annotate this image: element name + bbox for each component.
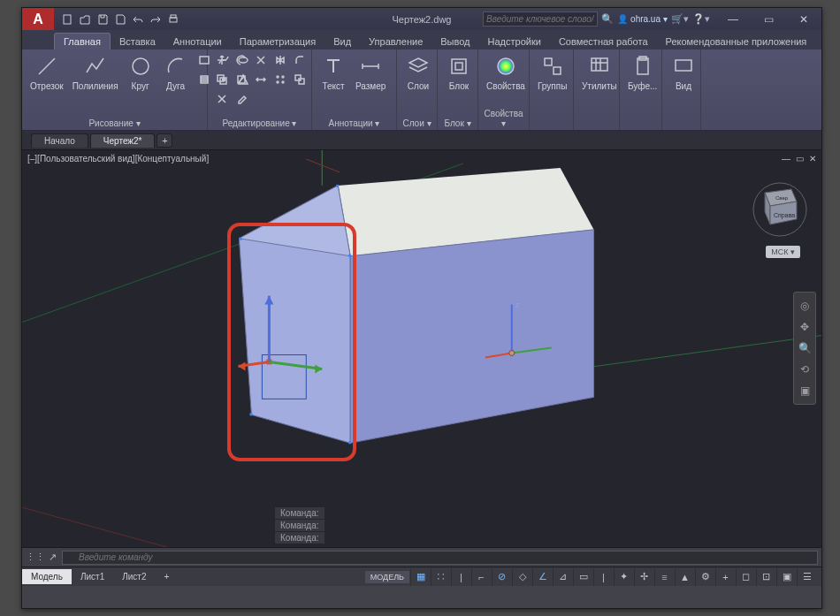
ribbon-tab-annotate[interactable]: Аннотации [164,34,231,49]
clipboard-button[interactable]: Буфе... [625,51,660,93]
command-input[interactable] [62,551,818,565]
minimize-button[interactable]: — [715,8,751,30]
status-hardware-icon[interactable]: ⊡ [756,568,775,586]
maximize-button[interactable]: ▭ [751,8,786,30]
tab-drawing[interactable]: Чертеж2* [90,133,156,148]
status-3dosnap-icon[interactable]: ∠ [532,568,552,586]
panel-title-block[interactable]: Блок ▾ [443,118,472,128]
erase-icon[interactable] [233,90,250,108]
redo-icon[interactable] [148,11,164,27]
arc-button[interactable]: Дуга [160,51,192,93]
navigation-bar: ◎ ✥ 🔍 ⟲ ▣ [793,292,816,405]
nav-wheel-icon[interactable]: ◎ [796,296,813,316]
panel-title-layers[interactable]: Слои ▾ [402,118,431,128]
showmotion-icon[interactable]: ▣ [796,381,813,400]
tab-add-button[interactable]: + [157,133,172,148]
save-icon[interactable] [95,11,111,27]
saveas-icon[interactable] [112,11,128,27]
drawing-canvas[interactable]: z [22,150,821,566]
search-icon[interactable]: 🔍 [601,13,614,25]
ribbon-tab-collab[interactable]: Совместная работа [550,34,657,49]
status-annoscale-icon[interactable]: ▲ [675,568,694,586]
orbit-icon[interactable]: ⟲ [796,360,813,379]
new-icon[interactable] [59,11,75,27]
cmd-recent-icon[interactable]: ↗ [49,551,57,563]
polyline-button[interactable]: Полилиния [70,51,121,93]
copy-icon[interactable] [213,71,231,88]
move-icon[interactable] [213,51,231,69]
panel-clipboard: Буфе... [620,49,662,130]
panel-title-props[interactable]: Свойства ▾ [484,108,523,128]
array-icon[interactable] [271,71,289,88]
cart-icon[interactable]: 🛒▾ [671,13,689,25]
status-otrack-icon[interactable]: ⊿ [553,568,572,586]
ribbon-tab-output[interactable]: Вывод [431,34,478,49]
svg-rect-20 [545,58,552,65]
block-button[interactable]: Блок [443,51,475,93]
ribbon-tab-manage[interactable]: Управление [360,34,431,49]
groups-button[interactable]: Группы [535,51,569,93]
circle-button[interactable]: Круг [125,51,157,93]
layers-button[interactable]: Слои [402,51,434,93]
ribbon-tab-parametric[interactable]: Параметризация [231,34,325,49]
status-osnap-icon[interactable]: ◇ [512,568,531,586]
status-custom-icon[interactable]: ☰ [797,568,816,586]
svg-marker-47 [238,361,245,370]
undo-icon[interactable] [130,11,146,27]
user-chip[interactable]: 👤ohra.ua▾ [617,14,668,24]
status-isolate-icon[interactable]: ◻ [736,568,755,586]
viewcube[interactable]: Справа Свер [747,177,809,239]
line-button[interactable]: Отрезок [27,51,66,93]
status-workspace-icon[interactable]: ⚙ [695,568,714,586]
tab-start[interactable]: Начало [31,133,88,148]
app-logo[interactable]: A [22,8,54,30]
ribbon-tab-view[interactable]: Вид [325,34,360,49]
panel-title-annot[interactable]: Аннотации ▾ [317,118,391,128]
print-icon[interactable] [165,11,181,27]
search-input[interactable] [483,11,598,27]
panel-title-edit[interactable]: Редактирование ▾ [213,118,306,128]
zoom-icon[interactable]: 🔍 [796,338,813,358]
offset-icon[interactable] [291,71,309,88]
status-grid-icon[interactable]: ▦ [410,568,430,586]
trim-icon[interactable] [252,51,270,69]
status-annomonitor-icon[interactable]: + [715,568,735,586]
status-model-chip[interactable]: МОДЕЛЬ [365,571,409,583]
panel-title-draw[interactable]: Рисование ▾ [27,118,202,128]
scale-icon[interactable] [233,71,250,88]
rotate-icon[interactable] [233,51,250,69]
open-icon[interactable] [77,11,93,27]
properties-button[interactable]: Свойства [484,51,528,93]
utilities-button[interactable]: Утилиты [579,51,620,93]
ribbon-tab-featured[interactable]: Рекомендованные приложения [657,34,816,49]
status-cycling-icon[interactable]: ≡ [654,568,674,586]
ribbon-tab-addins[interactable]: Надстройки [479,34,550,49]
stretch-icon[interactable] [252,71,270,88]
close-button[interactable]: ✕ [786,8,821,30]
fillet-icon[interactable] [291,51,309,69]
mirror-icon[interactable] [271,51,289,69]
tab-add-layout[interactable]: + [156,569,179,584]
tab-sheet1[interactable]: Лист1 [72,569,113,584]
ucs-badge[interactable]: МСК ▾ [766,246,800,258]
status-snap-icon[interactable]: ⸬ [431,568,450,586]
cmd-grip-icon[interactable]: ⋮⋮ [26,551,45,563]
help-icon[interactable]: ❔▾ [692,13,710,25]
tab-sheet2[interactable]: Лист2 [113,569,155,584]
status-transparency-icon[interactable]: ✢ [634,568,653,586]
explode-icon[interactable] [213,90,231,108]
tab-model[interactable]: Модель [22,569,72,584]
ribbon-tab-home[interactable]: Главная [54,33,111,49]
status-polar-icon[interactable]: ⊘ [492,568,511,586]
ribbon-tab-insert[interactable]: Вставка [111,34,164,49]
svg-marker-33 [350,230,593,443]
status-cleanscreen-icon[interactable]: ▣ [776,568,796,586]
pan-icon[interactable]: ✥ [796,317,813,337]
viewport[interactable]: [–][Пользовательский вид][Концептуальный… [22,150,821,567]
dimension-button[interactable]: Размер [353,51,388,93]
text-button[interactable]: Текст [317,51,349,93]
status-dyn-icon[interactable]: ▭ [573,568,592,586]
view-button[interactable]: Вид [668,51,699,93]
status-lwt-icon[interactable]: ✦ [614,568,633,586]
status-ortho-icon[interactable]: ⌐ [471,568,491,586]
